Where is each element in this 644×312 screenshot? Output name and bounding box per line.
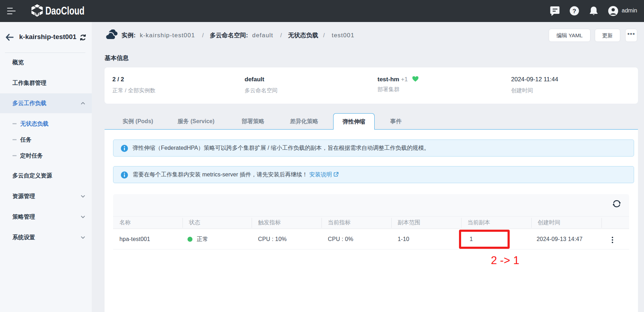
svg-text:?: ?: [572, 8, 576, 15]
